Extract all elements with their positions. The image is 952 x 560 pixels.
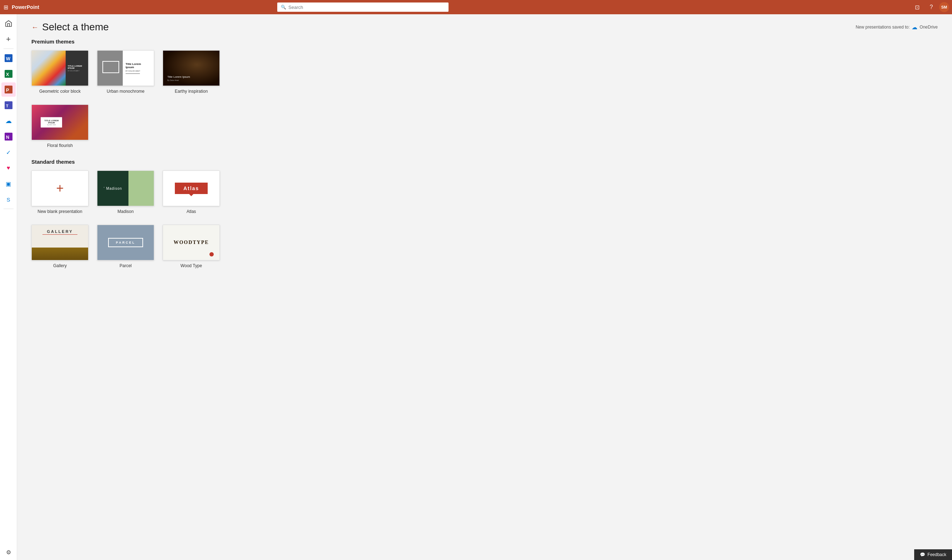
theme-thumb-madison: ' Madison [97, 171, 154, 206]
floral-sub: by dolor amet [44, 124, 59, 125]
standard-themes-title: Standard themes [31, 159, 938, 165]
sidebar: + W X P T ☁ N ✓ ♥ ▣ S ⚙ [0, 14, 17, 560]
theme-thumb-atlas: Atlas [163, 171, 220, 206]
theme-thumb-urban: Title LoremIpsum BY DOLOR AMET [97, 50, 154, 86]
theme-card-parcel[interactable]: PARCEL Parcel [97, 225, 154, 268]
standard-themes-grid-2: GALLERY Gallery PARCEL Parcel WOODTYP [31, 225, 938, 268]
premium-themes-grid: TITLE LOREMIPSUM BY DOLOR AMET Geometric… [31, 50, 938, 94]
geo-sub: BY DOLOR AMET [68, 70, 86, 72]
theme-card-blank[interactable]: + New blank presentation [31, 171, 88, 214]
sidebar-divider-1 [3, 48, 14, 49]
standard-themes-grid: + New blank presentation ' Madison Madis… [31, 171, 938, 214]
sidebar-item-health[interactable]: ♥ [2, 161, 16, 175]
earthy-sub: By Dolor Amet [167, 79, 215, 81]
display-settings-btn[interactable]: ⊡ [910, 1, 923, 14]
theme-label-floral: Floral flourish [47, 143, 73, 148]
svg-text:X: X [6, 72, 9, 77]
theme-thumb-gallery: GALLERY [31, 225, 88, 261]
svg-text:W: W [6, 56, 10, 61]
premium-themes-title: Premium themes [31, 39, 938, 45]
theme-card-earthy[interactable]: Title Lorem Ipsum By Dolor Amet Earthy i… [163, 50, 220, 94]
sidebar-item-onedrive[interactable]: ☁ [2, 114, 16, 128]
theme-label-earthy: Earthy inspiration [175, 89, 208, 94]
onedrive-label: OneDrive [920, 25, 938, 29]
theme-card-gallery[interactable]: GALLERY Gallery [31, 225, 88, 268]
urban-title: Title LoremIpsum [125, 62, 151, 69]
feedback-icon: 💬 [920, 552, 925, 557]
sidebar-item-todo[interactable]: ✓ [2, 145, 16, 159]
sidebar-item-news[interactable]: ▣ [2, 177, 16, 191]
search-input[interactable] [288, 5, 445, 10]
parcel-title: PARCEL [116, 241, 135, 244]
urban-line [125, 74, 140, 74]
sidebar-item-teams[interactable]: T [2, 98, 16, 113]
help-btn[interactable]: ? [925, 1, 938, 14]
sidebar-item-new[interactable]: + [2, 32, 16, 46]
madison-title: ' Madison [104, 187, 122, 190]
sidebar-bottom: ⚙ [2, 544, 16, 560]
theme-card-geometric[interactable]: TITLE LOREMIPSUM BY DOLOR AMET Geometric… [31, 50, 88, 94]
woodtype-title: WOODTYPE [173, 240, 209, 245]
theme-card-woodtype[interactable]: WOODTYPE Wood Type [163, 225, 220, 268]
page-title: Select a theme [42, 22, 109, 33]
sidebar-item-powerpoint[interactable]: P [2, 82, 16, 97]
sidebar-divider-2 [3, 209, 14, 209]
woodtype-dot [209, 252, 214, 256]
feedback-button[interactable]: 💬 Feedback [914, 549, 952, 560]
svg-text:T: T [6, 104, 8, 108]
theme-label-woodtype: Wood Type [181, 263, 202, 268]
sidebar-item-onenote[interactable]: N [2, 130, 16, 144]
theme-label-blank: New blank presentation [37, 209, 82, 214]
sidebar-item-word[interactable]: W [2, 51, 16, 65]
gallery-title: GALLERY [32, 229, 88, 234]
onedrive-icon: ☁ [912, 24, 917, 31]
theme-label-atlas: Atlas [187, 209, 196, 214]
search-box: 🔍 [277, 3, 448, 12]
theme-label-geometric: Geometric color block [39, 89, 80, 94]
theme-thumb-woodtype: WOODTYPE [163, 225, 220, 261]
onedrive-notice: New presentations saved to: ☁ OneDrive [856, 24, 938, 31]
sidebar-item-skype[interactable]: S [2, 192, 16, 207]
urban-sub: BY DOLOR AMET [125, 70, 151, 72]
geo-title: TITLE LOREMIPSUM [68, 65, 86, 69]
atlas-title: Atlas [175, 183, 208, 194]
earthy-title: Title Lorem Ipsum [167, 75, 215, 79]
theme-card-atlas[interactable]: Atlas Atlas [163, 171, 220, 214]
svg-text:N: N [6, 134, 9, 140]
back-button[interactable]: ← [31, 23, 39, 31]
title-bar: ⊞ PowerPoint 🔍 ⊡ ? SM [0, 0, 952, 14]
page-header: ← Select a theme New presentations saved… [31, 22, 938, 33]
onedrive-notice-text: New presentations saved to: [856, 25, 910, 29]
floral-title: TITLE LOREMIPSUM [44, 119, 59, 124]
theme-thumb-blank: + [31, 171, 88, 206]
theme-thumb-geometric: TITLE LOREMIPSUM BY DOLOR AMET [31, 50, 88, 86]
theme-label-gallery: Gallery [53, 263, 67, 268]
blank-plus-icon: + [56, 181, 63, 196]
theme-label-madison: Madison [117, 209, 133, 214]
theme-label-urban: Urban monochrome [107, 89, 145, 94]
sidebar-item-settings[interactable]: ⚙ [2, 545, 16, 559]
main-content: ← Select a theme New presentations saved… [17, 14, 952, 560]
avatar[interactable]: SM [939, 2, 949, 12]
theme-label-parcel: Parcel [119, 263, 132, 268]
theme-thumb-parcel: PARCEL [97, 225, 154, 261]
sidebar-item-excel[interactable]: X [2, 67, 16, 81]
title-bar-right: ⊡ ? SM [910, 1, 952, 14]
premium-themes-grid-2: TITLE LOREMIPSUM by dolor amet Floral fl… [31, 105, 938, 148]
theme-card-urban[interactable]: Title LoremIpsum BY DOLOR AMET Urban mon… [97, 50, 154, 94]
app-name: PowerPoint [12, 4, 46, 10]
theme-card-madison[interactable]: ' Madison Madison [97, 171, 154, 214]
sidebar-item-home[interactable] [2, 16, 16, 31]
search-icon: 🔍 [281, 5, 286, 10]
theme-thumb-floral: TITLE LOREMIPSUM by dolor amet [31, 105, 88, 140]
theme-card-floral[interactable]: TITLE LOREMIPSUM by dolor amet Floral fl… [31, 105, 88, 148]
feedback-label: Feedback [927, 552, 946, 557]
app-grid-icon[interactable]: ⊞ [0, 4, 12, 11]
theme-thumb-earthy: Title Lorem Ipsum By Dolor Amet [163, 50, 220, 86]
svg-text:P: P [6, 87, 9, 93]
